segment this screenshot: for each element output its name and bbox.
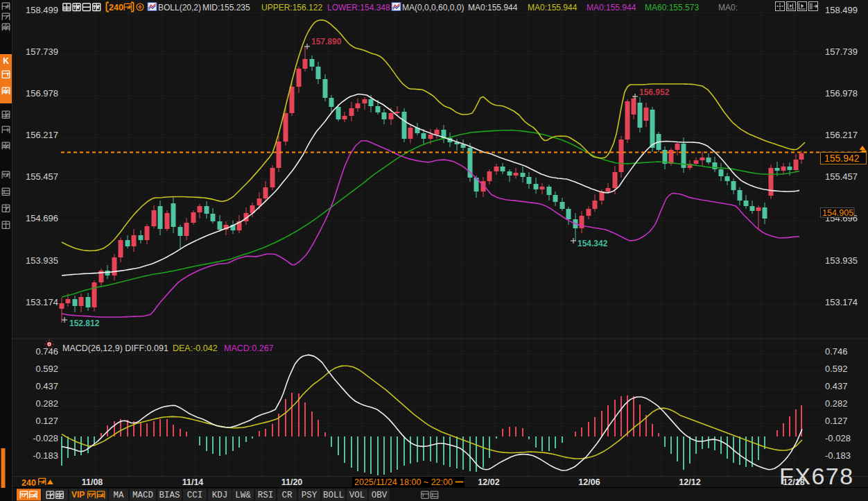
- svg-text:0.746: 0.746: [825, 346, 848, 357]
- svg-text:0.282: 0.282: [825, 398, 848, 409]
- svg-text:156.978: 156.978: [26, 88, 58, 99]
- svg-text:BIAS: BIAS: [159, 491, 180, 500]
- svg-text:156.217: 156.217: [26, 130, 58, 140]
- svg-text:158.499: 158.499: [26, 5, 58, 15]
- svg-text:K: K: [3, 56, 9, 66]
- svg-text:12/12: 12/12: [679, 477, 700, 487]
- svg-text:OBV: OBV: [372, 491, 388, 500]
- svg-text:MA60:155.573: MA60:155.573: [645, 3, 699, 12]
- svg-text:0.127: 0.127: [825, 416, 848, 426]
- svg-text:-0.028: -0.028: [825, 433, 851, 443]
- svg-text:153.174: 153.174: [825, 297, 858, 307]
- svg-text:11/08: 11/08: [82, 477, 103, 487]
- svg-text:154.905: 154.905: [822, 208, 853, 218]
- svg-text:157.890: 157.890: [311, 37, 342, 46]
- svg-text:12/02: 12/02: [478, 477, 499, 487]
- svg-text:-0.028: -0.028: [33, 433, 58, 443]
- svg-text:VIP: VIP: [71, 490, 85, 500]
- svg-text:0.592: 0.592: [825, 364, 848, 374]
- svg-text:156.978: 156.978: [825, 88, 858, 99]
- svg-text:158.499: 158.499: [825, 5, 858, 15]
- svg-text:PSY: PSY: [302, 491, 318, 500]
- svg-text:MID:155.235: MID:155.235: [202, 3, 250, 12]
- svg-text:MA0:155.944: MA0:155.944: [528, 3, 578, 12]
- svg-text:-0.183: -0.183: [825, 450, 851, 461]
- svg-text:RSI: RSI: [258, 491, 274, 500]
- svg-text:11/20: 11/20: [281, 477, 303, 487]
- svg-text:LOWER:154.348: LOWER:154.348: [327, 3, 390, 12]
- svg-text:154.342: 154.342: [578, 239, 608, 248]
- svg-text:155.457: 155.457: [26, 171, 58, 182]
- svg-text:UPPER:156.122: UPPER:156.122: [261, 3, 322, 12]
- svg-text:0.282: 0.282: [35, 398, 58, 409]
- svg-text:CR: CR: [281, 491, 293, 500]
- svg-text:FX678: FX678: [779, 463, 854, 489]
- svg-text:155.457: 155.457: [825, 171, 858, 182]
- svg-text:MACD:0.267: MACD:0.267: [224, 343, 274, 353]
- svg-text:MA0:155.944: MA0:155.944: [468, 3, 518, 12]
- svg-text:154.696: 154.696: [26, 213, 58, 223]
- svg-text:156.952: 156.952: [639, 87, 670, 97]
- svg-text:155.942: 155.942: [824, 153, 860, 164]
- svg-text:240: 240: [21, 478, 36, 488]
- svg-text:0.127: 0.127: [35, 416, 58, 426]
- svg-text:LW&: LW&: [235, 491, 251, 500]
- svg-text:240: 240: [109, 3, 123, 12]
- svg-text:VOL: VOL: [349, 491, 365, 500]
- svg-text:0.437: 0.437: [825, 381, 848, 391]
- svg-text:DEA:-0.042: DEA:-0.042: [173, 343, 218, 353]
- svg-text:153.935: 153.935: [825, 255, 858, 266]
- svg-text:0.592: 0.592: [35, 364, 58, 374]
- svg-text:157.739: 157.739: [825, 46, 858, 57]
- svg-text:MA(0,0,0,60,0,0): MA(0,0,0,60,0,0): [402, 3, 464, 12]
- svg-text:MACD(26,12,9) DIFF:0.091: MACD(26,12,9) DIFF:0.091: [62, 343, 168, 353]
- svg-text:0.746: 0.746: [35, 346, 58, 357]
- svg-text:CCI: CCI: [187, 491, 203, 500]
- svg-text:MA0:155.944: MA0:155.944: [587, 3, 636, 12]
- svg-text:11/14: 11/14: [182, 477, 204, 487]
- svg-text:BOLL: BOLL: [323, 491, 344, 500]
- svg-text:BOLL(20,2): BOLL(20,2): [158, 3, 201, 12]
- svg-text:0.437: 0.437: [35, 381, 58, 391]
- svg-text:MACD: MACD: [132, 491, 153, 500]
- svg-text:MA: MA: [113, 491, 124, 500]
- svg-text:2025/11/24 18:00 ~ 22:00: 2025/11/24 18:00 ~ 22:00: [354, 477, 453, 487]
- svg-text:MA0:: MA0:: [718, 3, 738, 12]
- svg-text:153.174: 153.174: [26, 297, 58, 307]
- svg-text:-0.183: -0.183: [33, 450, 58, 461]
- svg-text:157.739: 157.739: [26, 46, 58, 57]
- svg-text:12/06: 12/06: [578, 477, 600, 487]
- svg-text:KDJ: KDJ: [212, 491, 228, 500]
- svg-text:152.812: 152.812: [69, 319, 100, 328]
- svg-text:153.935: 153.935: [26, 255, 58, 266]
- svg-text:156.217: 156.217: [825, 130, 858, 140]
